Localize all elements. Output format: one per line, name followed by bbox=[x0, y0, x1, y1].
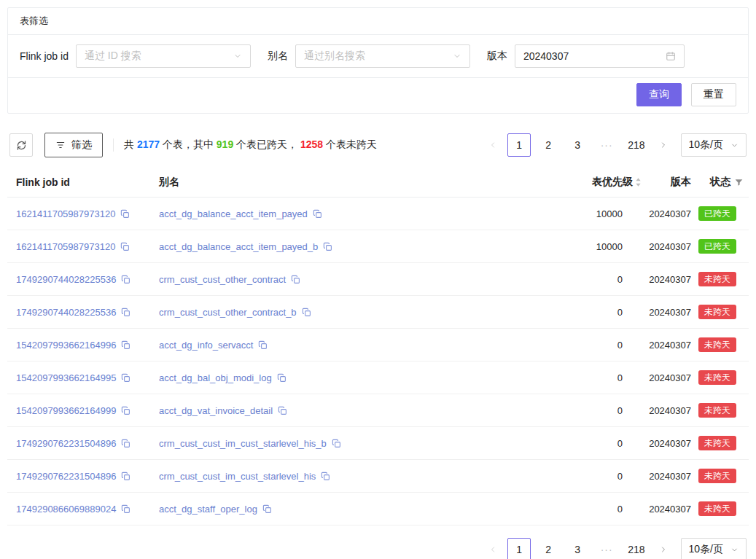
alias-link[interactable]: acct_dg_balance_acct_item_payed bbox=[159, 208, 308, 219]
page: 表筛选 Flink job id 通过 ID 搜索 别名 通过别名搜索 bbox=[0, 0, 756, 559]
page-button-last[interactable]: 218 bbox=[624, 133, 648, 157]
flink-job-id-cell: 1749290744028225536 bbox=[7, 307, 150, 318]
flink-job-id-link[interactable]: 1749290762231504896 bbox=[16, 438, 116, 449]
filter-card-title: 表筛选 bbox=[8, 8, 748, 35]
status-badge: 未跨天 bbox=[698, 272, 736, 286]
copy-icon[interactable] bbox=[121, 373, 130, 383]
page-size-select[interactable]: 10条/页 bbox=[681, 133, 747, 157]
summary-mid2: 个表已跨天， bbox=[233, 138, 300, 150]
status-badge: 已跨天 bbox=[698, 239, 736, 254]
page-button-3[interactable]: 3 bbox=[566, 133, 589, 157]
pagination-bottom: 1 2 3 ··· 218 10条/页 bbox=[484, 538, 747, 559]
alias-link[interactable]: crm_cust_cust_other_contract bbox=[159, 274, 286, 285]
page-button-last[interactable]: 218 bbox=[624, 538, 648, 559]
copy-icon[interactable] bbox=[121, 308, 130, 317]
copy-icon[interactable] bbox=[278, 406, 287, 415]
flink-job-id-link[interactable]: 1749290744028225536 bbox=[16, 274, 116, 285]
version-value: 20240307 bbox=[642, 372, 693, 383]
alias-cell: acct_dg_balance_acct_item_payed_b bbox=[150, 241, 525, 252]
page-size-select[interactable]: 10条/页 bbox=[681, 538, 747, 559]
copy-icon[interactable] bbox=[313, 209, 322, 219]
copy-icon[interactable] bbox=[323, 242, 332, 251]
copy-icon[interactable] bbox=[121, 472, 130, 481]
copy-icon[interactable] bbox=[121, 439, 130, 448]
alias-link[interactable]: crm_cust_cust_im_cust_starlevel_his bbox=[159, 471, 316, 482]
column-header-priority[interactable]: 表优先级 bbox=[525, 168, 642, 197]
copy-icon[interactable] bbox=[332, 439, 341, 448]
copy-icon[interactable] bbox=[120, 209, 130, 219]
alias-cell: acct_dg_staff_oper_log bbox=[150, 504, 525, 515]
flink-job-id-link[interactable]: 1749290762231504896 bbox=[16, 471, 116, 482]
table-row: 1621411705987973120 acct_dg_balance_acct… bbox=[7, 230, 749, 263]
alias-cell: crm_cust_cust_im_cust_starlevel_his_b bbox=[150, 438, 525, 449]
copy-icon[interactable] bbox=[120, 242, 130, 251]
alias-link[interactable]: crm_cust_cust_im_cust_starlevel_his_b bbox=[159, 438, 327, 449]
sort-carets-icon[interactable] bbox=[635, 177, 642, 187]
flink-job-id-link[interactable]: 1542097993662164995 bbox=[16, 372, 116, 383]
filter-toggle-button[interactable]: 筛选 bbox=[44, 133, 103, 157]
copy-icon[interactable] bbox=[302, 308, 311, 317]
page-button-2[interactable]: 2 bbox=[537, 133, 560, 157]
prev-page-button[interactable] bbox=[484, 538, 502, 559]
copy-icon[interactable] bbox=[121, 504, 130, 514]
status-cell: 未跨天 bbox=[693, 305, 749, 319]
priority-value: 0 bbox=[525, 274, 642, 285]
flink-job-id-select[interactable]: 通过 ID 搜索 bbox=[76, 44, 251, 68]
copy-icon[interactable] bbox=[121, 406, 130, 415]
priority-value: 0 bbox=[525, 471, 642, 482]
status-cell: 未跨天 bbox=[693, 337, 749, 352]
copy-icon[interactable] bbox=[321, 472, 330, 481]
flink-job-id-link[interactable]: 1621411705987973120 bbox=[16, 241, 115, 252]
flink-job-id-link[interactable]: 1749290866069889024 bbox=[16, 504, 116, 515]
version-date-input[interactable] bbox=[523, 50, 666, 62]
page-jump-ellipsis[interactable]: ··· bbox=[595, 538, 618, 559]
page-jump-ellipsis[interactable]: ··· bbox=[595, 133, 618, 157]
page-button-3[interactable]: 3 bbox=[566, 538, 589, 559]
filter-funnel-icon[interactable] bbox=[734, 178, 744, 187]
version-date-field bbox=[515, 44, 685, 68]
reset-button[interactable]: 重置 bbox=[691, 83, 736, 106]
priority-value: 0 bbox=[525, 438, 642, 449]
copy-icon[interactable] bbox=[121, 340, 130, 350]
refresh-button[interactable] bbox=[9, 133, 33, 157]
page-button-1[interactable]: 1 bbox=[507, 133, 531, 157]
alias-link[interactable]: acct_dg_bal_obj_modi_log bbox=[159, 372, 272, 383]
status-cell: 未跨天 bbox=[693, 370, 749, 385]
query-button[interactable]: 查询 bbox=[636, 83, 682, 106]
status-badge: 未跨天 bbox=[698, 370, 736, 385]
copy-icon[interactable] bbox=[262, 504, 272, 514]
alias-link[interactable]: acct_dg_vat_invoice_detail bbox=[159, 405, 273, 416]
next-page-button[interactable] bbox=[655, 538, 672, 559]
alias-link[interactable]: acct_dg_balance_acct_item_payed_b bbox=[159, 241, 318, 252]
table-row: 1542097993662164999 acct_dg_vat_invoice_… bbox=[7, 394, 749, 427]
flink-job-id-link[interactable]: 1621411705987973120 bbox=[16, 208, 115, 219]
flink-job-id-link[interactable]: 1542097993662164999 bbox=[16, 405, 116, 416]
copy-icon[interactable] bbox=[121, 275, 130, 284]
prev-page-button[interactable] bbox=[484, 133, 502, 157]
status-badge: 未跨天 bbox=[698, 469, 736, 483]
page-button-1[interactable]: 1 bbox=[507, 538, 531, 559]
flink-job-id-link[interactable]: 1749290744028225536 bbox=[16, 307, 116, 318]
table-body: 1621411705987973120 acct_dg_balance_acct… bbox=[7, 198, 749, 525]
alias-link[interactable]: acct_dg_staff_oper_log bbox=[159, 504, 257, 515]
table-row: 1542097993662164995 acct_dg_bal_obj_modi… bbox=[7, 361, 749, 394]
next-page-button[interactable] bbox=[655, 133, 672, 157]
summary-prefix: 共 bbox=[124, 138, 137, 150]
alias-select[interactable]: 通过别名搜索 bbox=[295, 44, 470, 68]
chevron-down-icon bbox=[730, 141, 739, 149]
priority-value: 0 bbox=[525, 372, 642, 383]
alias-cell: acct_dg_vat_invoice_detail bbox=[150, 405, 525, 416]
copy-icon[interactable] bbox=[277, 373, 287, 383]
priority-value: 0 bbox=[525, 340, 642, 351]
alias-filter-group: 别名 通过别名搜索 bbox=[268, 44, 470, 68]
alias-cell: acct_dg_bal_obj_modi_log bbox=[150, 372, 525, 383]
alias-cell: acct_dg_info_servacct bbox=[150, 340, 525, 351]
flink-job-id-link[interactable]: 1542097993662164996 bbox=[16, 340, 116, 351]
alias-link[interactable]: acct_dg_info_servacct bbox=[159, 340, 253, 351]
copy-icon[interactable] bbox=[291, 275, 300, 284]
status-badge: 未跨天 bbox=[698, 337, 736, 352]
flink-job-id-cell: 1749290744028225536 bbox=[7, 274, 150, 285]
page-button-2[interactable]: 2 bbox=[537, 538, 560, 559]
copy-icon[interactable] bbox=[258, 340, 268, 350]
alias-link[interactable]: crm_cust_cust_other_contract_b bbox=[159, 307, 297, 318]
